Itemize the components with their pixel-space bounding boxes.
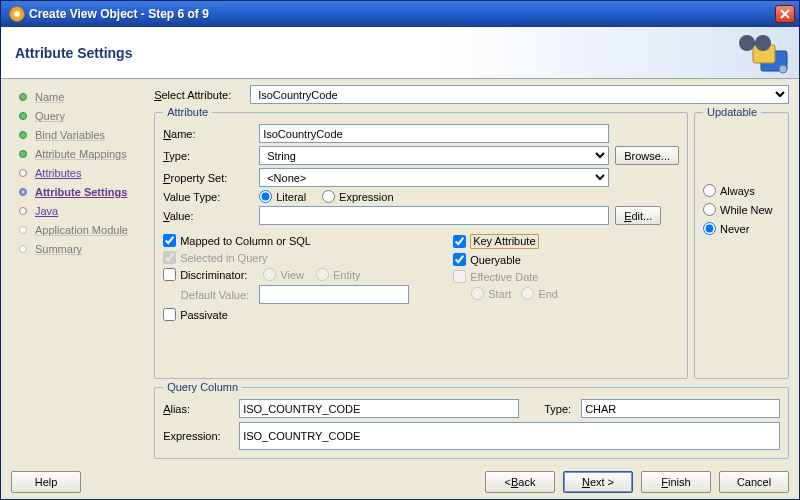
literal-radio[interactable]: Literal [259, 190, 306, 203]
name-label: Name: [163, 128, 253, 140]
step-label: Name [35, 91, 64, 103]
wizard-step-name[interactable]: Name [11, 88, 148, 106]
titlebar: Create View Object - Step 6 of 9 [1, 1, 799, 27]
discriminator-checkbox[interactable]: Discriminator: [163, 268, 247, 281]
default-value-label: Default Value: [163, 289, 253, 301]
alias-label: Alias: [163, 403, 233, 415]
step-dot-icon [19, 112, 27, 120]
step-dot-icon [19, 131, 27, 139]
step-label: Java [35, 205, 58, 217]
step-label: Attributes [35, 167, 81, 179]
while-new-radio[interactable]: While New [703, 203, 780, 216]
wizard-step-attribute-settings: Attribute Settings [11, 183, 148, 201]
cancel-button[interactable]: Cancel [719, 471, 789, 493]
selected-in-query-checkbox: Selected in Query [163, 251, 433, 264]
step-label: Attribute Mappings [35, 148, 127, 160]
step-dot-icon [19, 150, 27, 158]
query-column-legend: Query Column [163, 381, 242, 393]
wizard-footer: Help < Back Next > Finish Cancel [1, 465, 799, 499]
wizard-step-summary: Summary [11, 240, 148, 258]
header-banner: Attribute Settings [1, 27, 799, 79]
expression-radio[interactable]: Expression [322, 190, 393, 203]
step-dot-icon [19, 245, 27, 253]
header-decor-icon [733, 29, 793, 77]
select-attribute-dropdown[interactable]: IsoCountryCode [250, 85, 789, 104]
window-title: Create View Object - Step 6 of 9 [29, 7, 775, 21]
help-button[interactable]: Help [11, 471, 81, 493]
name-input[interactable] [259, 124, 609, 143]
expression-label: Expression: [163, 430, 233, 442]
type-select[interactable]: String [259, 146, 609, 165]
never-radio[interactable]: Never [703, 222, 780, 235]
step-label: Bind Variables [35, 129, 105, 141]
select-attribute-row: Select Attribute: IsoCountryCode [154, 85, 789, 104]
step-dot-icon [19, 188, 27, 196]
queryable-checkbox[interactable]: Queryable [453, 253, 679, 266]
step-dot-icon [19, 93, 27, 101]
next-button[interactable]: Next > [563, 471, 633, 493]
updatable-fieldset: Updatable Always While New Never [694, 106, 789, 379]
step-label: Summary [35, 243, 82, 255]
mapped-checkbox[interactable]: Mapped to Column or SQL [163, 234, 433, 247]
value-type-label: Value Type: [163, 191, 253, 203]
wizard-window: Create View Object - Step 6 of 9 Attribu… [0, 0, 800, 500]
step-label: Application Module [35, 224, 128, 236]
step-label: Query [35, 110, 65, 122]
close-button[interactable] [775, 5, 795, 23]
step-dot-icon [19, 226, 27, 234]
passivate-checkbox[interactable]: Passivate [163, 308, 433, 321]
wizard-step-java[interactable]: Java [11, 202, 148, 220]
value-input[interactable] [259, 206, 609, 225]
app-icon [9, 6, 25, 22]
wizard-step-application-module: Application Module [11, 221, 148, 239]
effective-date-checkbox: Effective Date [453, 270, 679, 283]
query-type-input[interactable] [581, 399, 780, 418]
select-attribute-label: Select Attribute: [154, 89, 244, 101]
view-radio: View [263, 268, 304, 281]
attribute-fieldset: Attribute Name: Type: String Browse... P… [154, 106, 688, 379]
expression-input[interactable] [239, 422, 780, 450]
type-label: Type: [163, 150, 253, 162]
main-area: NameQueryBind VariablesAttribute Mapping… [1, 79, 799, 465]
step-label: Attribute Settings [35, 186, 127, 198]
page-title: Attribute Settings [15, 45, 132, 61]
close-icon [780, 9, 790, 19]
query-type-label: Type: [525, 403, 575, 415]
query-column-fieldset: Query Column Alias: Type: Expression: [154, 381, 789, 459]
attribute-legend: Attribute [163, 106, 212, 118]
wizard-step-attributes[interactable]: Attributes [11, 164, 148, 182]
step-dot-icon [19, 169, 27, 177]
start-radio: Start [471, 287, 511, 300]
wizard-step-bind-variables[interactable]: Bind Variables [11, 126, 148, 144]
value-label: Value: [163, 210, 253, 222]
updatable-legend: Updatable [703, 106, 761, 118]
svg-rect-4 [745, 41, 765, 45]
property-set-select[interactable]: <None> [259, 168, 609, 187]
content-panel: Select Attribute: IsoCountryCode Attribu… [154, 85, 789, 459]
wizard-steps: NameQueryBind VariablesAttribute Mapping… [11, 85, 148, 459]
edit-button[interactable]: Edit... [615, 206, 661, 225]
svg-point-5 [779, 65, 787, 73]
key-attribute-checkbox[interactable]: Key Attribute [453, 234, 679, 249]
default-value-input [259, 285, 409, 304]
always-radio[interactable]: Always [703, 184, 780, 197]
entity-radio: Entity [316, 268, 361, 281]
back-button[interactable]: < Back [485, 471, 555, 493]
wizard-step-attribute-mappings[interactable]: Attribute Mappings [11, 145, 148, 163]
end-radio: End [521, 287, 558, 300]
browse-button[interactable]: Browse... [615, 146, 679, 165]
finish-button[interactable]: Finish [641, 471, 711, 493]
property-set-label: Property Set: [163, 172, 253, 184]
alias-input[interactable] [239, 399, 519, 418]
wizard-step-query[interactable]: Query [11, 107, 148, 125]
step-dot-icon [19, 207, 27, 215]
